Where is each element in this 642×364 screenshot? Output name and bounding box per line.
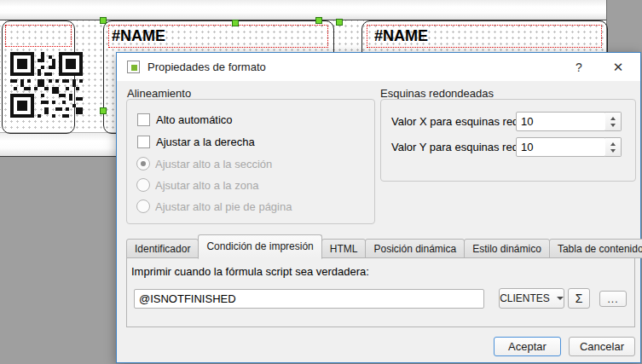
dialog-titlebar: Propiedades de formato ? ✕ <box>117 53 640 81</box>
alignment-group-title: Alineamiento <box>127 87 191 100</box>
corner-x-spinner[interactable] <box>605 112 622 131</box>
sigma-function-button[interactable]: Σ <box>568 288 590 309</box>
more-options-button[interactable]: ... <box>599 291 627 307</box>
dialog-title: Propiedades de formato <box>147 53 266 81</box>
radio-label: Ajsutar alto a la zona <box>155 179 258 192</box>
checkbox-label: Ajustar a la derecha <box>156 136 255 148</box>
field-label: #NAME <box>109 26 327 47</box>
tab-posicion-dinamica[interactable]: Posición dinámica <box>365 239 465 258</box>
radio-fit-height-section: Ajustar alto a la sección <box>136 157 272 170</box>
datasource-dropdown-button[interactable]: CLIENTES <box>499 288 564 309</box>
ruler-band <box>0 0 606 20</box>
tab-identificador[interactable]: Identificador <box>126 239 199 258</box>
radio-circle <box>136 199 150 213</box>
selection-handle[interactable] <box>336 19 343 26</box>
cancel-button[interactable]: Cancelar <box>569 337 635 356</box>
datasource-label: CLIENTES <box>500 292 550 304</box>
radio-circle <box>136 157 150 170</box>
radio-label: Ajustar alto al pie de página <box>155 200 292 213</box>
tab-estilo-dinamico[interactable]: Estilo dinámico <box>464 239 550 258</box>
guide-rect: #NAME <box>367 25 602 48</box>
tab-tabla-de-contenidos[interactable]: Tabla de contenidos <box>549 239 642 258</box>
checkbox-align-right[interactable]: Ajustar a la derecha <box>137 136 255 148</box>
report-designer-screen: #NAME #NAME Propiedades de formato ? ✕ A… <box>0 0 642 364</box>
selection-handle[interactable] <box>232 20 239 26</box>
ellipsis-icon: ... <box>607 293 618 305</box>
guide-rect: #NAME <box>108 25 328 48</box>
spin-up-icon[interactable] <box>610 117 616 120</box>
accept-button[interactable]: Aceptar <box>494 337 561 356</box>
selection-handle[interactable] <box>315 17 322 24</box>
format-properties-dialog: Propiedades de formato ? ✕ Alineamiento … <box>116 52 641 363</box>
print-condition-label: Imprimir cuando la fórmula script sea ve… <box>131 265 369 278</box>
formula-input[interactable] <box>134 289 484 309</box>
spin-up-icon[interactable] <box>610 142 616 146</box>
chevron-down-icon <box>557 297 564 300</box>
checkbox-box[interactable] <box>137 113 150 126</box>
qr-code-image <box>9 52 84 118</box>
help-button[interactable]: ? <box>565 53 593 81</box>
selection-handle[interactable] <box>100 17 107 24</box>
radio-circle <box>136 178 150 192</box>
corner-y-input[interactable] <box>516 137 606 157</box>
spin-down-icon[interactable] <box>610 149 616 153</box>
format-properties-icon <box>127 61 140 73</box>
radio-fit-height-zone: Ajsutar alto a la zona <box>136 178 258 192</box>
tab-html[interactable]: HTML <box>321 239 367 258</box>
spin-down-icon[interactable] <box>610 124 616 127</box>
field-label: #NAME <box>367 26 601 47</box>
property-tabs: Identificador Condición de impresión HTM… <box>126 234 642 258</box>
radio-fit-height-page-footer: Ajustar alto al pie de página <box>136 199 292 213</box>
sigma-icon: Σ <box>575 292 583 305</box>
tab-condicion-de-impresion[interactable]: Condición de impresión <box>198 234 321 259</box>
radio-label: Ajustar alto a la sección <box>155 158 272 170</box>
guide-rect <box>5 25 72 47</box>
corner-y-spinner[interactable] <box>605 137 622 157</box>
checkbox-label: Alto automático <box>156 113 233 126</box>
close-button[interactable]: ✕ <box>603 53 633 81</box>
checkbox-box[interactable] <box>137 136 150 148</box>
selection-handle[interactable] <box>100 107 107 114</box>
checkbox-auto-height[interactable]: Alto automático <box>137 113 233 126</box>
corners-group-title: Esquinas redondeadas <box>380 87 494 100</box>
corner-x-input[interactable] <box>516 112 606 131</box>
